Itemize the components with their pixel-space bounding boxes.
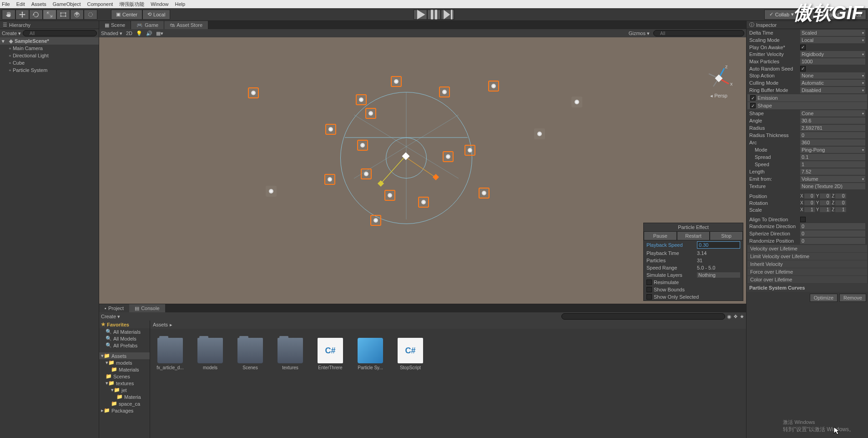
scene-tab[interactable]: ▦ Scene [99, 21, 131, 29]
project-create-button[interactable]: Create ▾ [101, 314, 120, 320]
randomize-position-field[interactable]: 0 [800, 238, 865, 244]
position-z-field[interactable]: 0 [835, 194, 846, 199]
hierarchy-scene-root[interactable]: ▾◈ SampleScene* [0, 37, 99, 45]
optimize-button[interactable]: Optimize [810, 294, 838, 302]
menu-gameobject[interactable]: GameObject [53, 1, 81, 7]
collab-dropdown[interactable]: ✓ Collab ▾ [764, 10, 799, 20]
favorite-item[interactable]: 🔍All Prefabs [99, 342, 150, 349]
folder-item[interactable]: ▾📁 textures [99, 380, 150, 387]
emitter-velocity-dropdown[interactable]: Rigidbody [800, 51, 865, 57]
step-button[interactable] [441, 10, 454, 20]
randomize-direction-field[interactable]: 0 [800, 223, 865, 229]
menu-edit[interactable]: Edit [16, 1, 25, 7]
asset-store-tab[interactable]: 🛍 Asset Store [164, 21, 208, 29]
scene-search-input[interactable] [653, 30, 744, 36]
ring-buffer-dropdown[interactable]: Disabled [800, 87, 865, 93]
shape-type-dropdown[interactable]: Cone [800, 110, 865, 117]
texture-field[interactable]: None (Texture 2D) [800, 183, 865, 189]
hierarchy-item[interactable]: ▫ Particle System [0, 66, 99, 74]
asset-folder[interactable]: Scenes [235, 338, 266, 370]
position-y-field[interactable]: 0 [820, 194, 831, 199]
module-header[interactable]: Force over Lifetime [747, 268, 867, 275]
favorite-item[interactable]: 🔍All Models [99, 335, 150, 342]
auto-random-seed-checkbox[interactable] [800, 66, 806, 71]
hierarchy-item[interactable]: ▫ Directional Light [0, 52, 99, 59]
emit-from-dropdown[interactable]: Volume [800, 176, 865, 182]
search-filter-icon[interactable]: ❖ [733, 314, 738, 320]
folder-item[interactable]: 📁 Materia [99, 393, 150, 400]
menu-enhanced[interactable]: 增强版功能 [119, 1, 144, 8]
project-search-input[interactable] [561, 313, 725, 320]
folder-item[interactable]: 📁 space_ca [99, 400, 150, 407]
folder-item[interactable]: ▾📁 jet [99, 387, 150, 393]
console-tab[interactable]: ▤ Console [129, 304, 165, 312]
scale-tool-button[interactable] [43, 10, 56, 20]
shading-mode-dropdown[interactable]: Shaded ▾ [101, 31, 122, 36]
scale-x-field[interactable]: 1 [804, 207, 815, 212]
angle-field[interactable]: 30.6 [800, 117, 865, 124]
resimulate-checkbox[interactable] [646, 280, 652, 285]
remove-button[interactable]: Remove [839, 294, 866, 302]
play-button[interactable] [414, 10, 427, 20]
arc-field[interactable]: 360 [800, 139, 865, 146]
gizmos-dropdown[interactable]: Gizmos ▾ [629, 31, 650, 36]
shape-checkbox[interactable] [750, 103, 756, 108]
audio-toggle-icon[interactable]: 🔊 [146, 31, 152, 36]
account-dropdown[interactable]: Account ▾ [816, 10, 849, 20]
module-header[interactable]: Inherit Velocity [747, 260, 867, 268]
menu-assets[interactable]: Assets [31, 1, 46, 7]
show-bounds-checkbox[interactable] [646, 287, 652, 292]
orientation-gizmo[interactable]: x z ◂ Persp [705, 65, 732, 92]
hand-tool-button[interactable] [2, 10, 15, 20]
asset-folder[interactable]: textures [275, 338, 306, 370]
rect-tool-button[interactable] [56, 10, 70, 20]
hierarchy-search-input[interactable] [23, 30, 97, 36]
pause-button[interactable] [427, 10, 441, 20]
fx-toggle-icon[interactable]: ▦▾ [156, 31, 163, 36]
module-header[interactable]: Limit Velocity over Lifetime [747, 253, 867, 260]
folder-item[interactable]: 📁 Scenes [99, 373, 150, 380]
particle-pause-button[interactable]: Pause [644, 231, 677, 240]
favorite-item[interactable]: 🔍All Materials [99, 328, 150, 335]
length-field[interactable]: 7.52 [800, 168, 865, 175]
stop-action-dropdown[interactable]: None [800, 72, 865, 79]
search-filter-icon[interactable]: ◉ [727, 314, 732, 320]
shape-module-header[interactable]: Shape [747, 102, 867, 109]
particle-stop-button[interactable]: Stop [710, 231, 743, 240]
pivot-center-button[interactable]: ▣ Center [111, 10, 142, 20]
asset-script[interactable]: C#EnterThrere [315, 338, 346, 370]
scene-viewport[interactable]: x z ◂ Persp Particle Effect Pause Restar… [99, 37, 746, 304]
scale-y-field[interactable]: 1 [820, 207, 831, 212]
rotate-tool-button[interactable] [29, 10, 43, 20]
asset-folder[interactable]: fx_article_d... [155, 338, 186, 370]
hierarchy-create-button[interactable]: Create ▾ [2, 31, 21, 36]
spherize-direction-field[interactable]: 0 [800, 230, 865, 237]
perspective-label[interactable]: ◂ Persp [705, 93, 732, 99]
menu-help[interactable]: Help [175, 1, 185, 7]
packages-root[interactable]: ▸📁 Packages [99, 407, 150, 414]
simulate-layers-dropdown[interactable]: Nothing [697, 272, 740, 278]
inspector-tab[interactable]: ⓘ Inspector [747, 21, 868, 29]
align-to-direction-checkbox[interactable] [800, 217, 806, 222]
culling-mode-dropdown[interactable]: Automatic [800, 80, 865, 86]
project-tab[interactable]: ▪ Project [99, 304, 129, 312]
pivot-local-button[interactable]: ⟲ Local [142, 10, 170, 20]
max-particles-field[interactable]: 1000 [800, 58, 865, 65]
rotation-x-field[interactable]: 0 [804, 200, 815, 205]
radius-field[interactable]: 2.592781 [800, 125, 865, 131]
asset-folder[interactable]: models [195, 338, 226, 370]
transform-tool-button[interactable] [70, 10, 84, 20]
menu-window[interactable]: Window [151, 1, 168, 7]
cloud-button[interactable] [801, 10, 814, 20]
rotation-z-field[interactable]: 0 [835, 200, 846, 205]
show-only-selected-checkbox[interactable] [646, 294, 652, 300]
assets-root[interactable]: ▾📁 Assets [99, 352, 150, 359]
scale-z-field[interactable]: 1 [835, 207, 846, 212]
module-header[interactable]: Velocity over Lifetime [747, 245, 867, 252]
arc-spread-field[interactable]: 0.1 [800, 154, 865, 160]
hierarchy-tab[interactable]: ☰ Hierarchy [0, 21, 99, 29]
2d-toggle-button[interactable]: 2D [126, 31, 132, 36]
asset-prefab[interactable]: Particle Sy... [355, 338, 386, 370]
asset-script[interactable]: C#StopScript [395, 338, 426, 370]
move-tool-button[interactable] [15, 10, 29, 20]
